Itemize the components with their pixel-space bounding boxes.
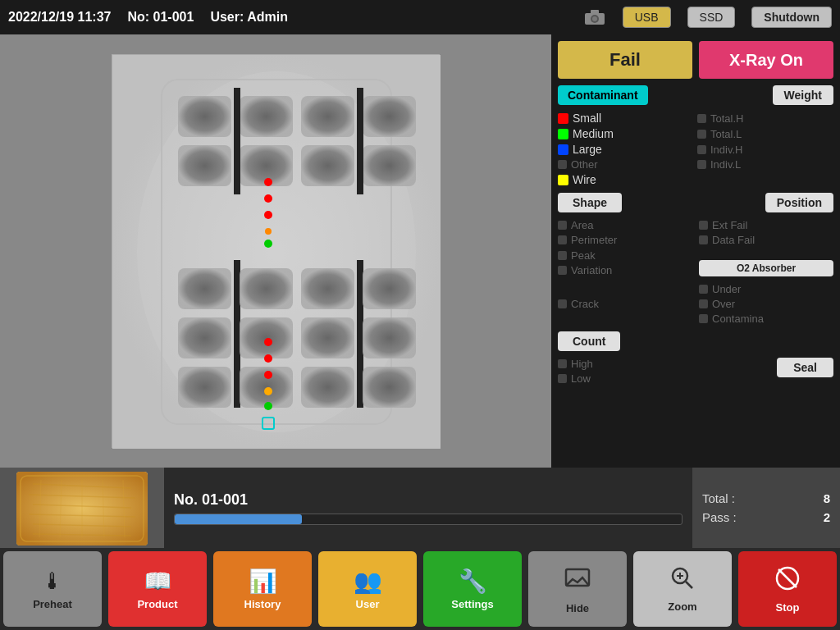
history-label: History	[244, 598, 281, 610]
top-action-buttons: Fail X-Ray On	[558, 41, 833, 79]
product-icon: 📖	[144, 568, 172, 595]
svg-line-61	[778, 569, 797, 587]
svg-rect-23	[178, 317, 231, 358]
svg-rect-7	[178, 96, 231, 137]
contamina-label: Contamina	[712, 313, 764, 325]
wire-color-dot	[558, 175, 568, 185]
medium-color-dot	[558, 129, 568, 139]
peak-item: Peak	[558, 249, 692, 262]
total-l-label: Total.L	[710, 128, 742, 140]
usb-button[interactable]: USB	[623, 7, 671, 28]
nav-user[interactable]: 👥 User	[318, 551, 417, 627]
data-fail-label: Data Fail	[712, 234, 755, 246]
svg-rect-10	[363, 96, 416, 137]
low-item: Low	[558, 372, 692, 385]
svg-point-31	[264, 178, 272, 186]
svg-rect-15	[234, 88, 240, 194]
product-info-panel: No. 01-001	[164, 468, 692, 548]
legend-total-h: Total.H	[697, 112, 833, 125]
large-color-dot	[558, 144, 568, 155]
low-label: Low	[571, 372, 591, 385]
svg-point-35	[264, 240, 272, 248]
weight-button[interactable]: Weight	[773, 85, 833, 105]
area-dot	[558, 221, 567, 230]
data-fail-dot	[699, 235, 708, 244]
svg-rect-8	[240, 96, 293, 137]
small-color-dot	[558, 113, 568, 124]
nav-settings[interactable]: 🔧 Settings	[423, 551, 522, 627]
over-label: Over	[712, 298, 735, 310]
variation-item: Variation	[558, 264, 692, 276]
svg-rect-11	[178, 145, 231, 186]
high-dot	[558, 359, 567, 368]
ext-fail-item: Ext Fail	[699, 219, 833, 231]
nav-product[interactable]: 📖 Product	[108, 551, 207, 627]
position-button[interactable]: Position	[765, 193, 833, 212]
total-stat: Total : 8	[702, 491, 830, 505]
indiv-l-label: Indiv.L	[710, 158, 741, 171]
legend-medium: Medium	[558, 127, 694, 140]
contaminant-button[interactable]: Contaminant	[558, 85, 648, 105]
total-label: Total :	[702, 491, 735, 505]
hide-icon	[563, 564, 592, 599]
svg-point-34	[265, 228, 272, 235]
ext-fail-dot	[699, 221, 708, 230]
ssd-button[interactable]: SSD	[687, 7, 736, 28]
nav-zoom[interactable]: Zoom	[633, 551, 732, 627]
progress-bar-fill	[175, 514, 302, 524]
settings-icon: 🔧	[459, 568, 487, 595]
nav-preheat[interactable]: 🌡 Preheat	[3, 551, 102, 627]
svg-rect-26	[363, 317, 416, 358]
over-item: Over	[699, 298, 833, 310]
legend-wire: Wire	[558, 173, 694, 186]
wire-label: Wire	[573, 173, 596, 186]
nav-history[interactable]: 📊 History	[213, 551, 312, 627]
svg-rect-18	[357, 260, 363, 408]
area-label: Area	[571, 219, 593, 231]
high-item: High	[558, 358, 692, 370]
ext-fail-label: Ext Fail	[712, 219, 747, 231]
legend-indiv-l: Indiv.L	[697, 158, 833, 171]
svg-rect-21	[301, 268, 354, 309]
svg-rect-13	[301, 145, 354, 186]
product-thumbnail	[0, 468, 164, 550]
o2-absorber-button[interactable]: O2 Absorber	[699, 260, 833, 276]
shape-button[interactable]: Shape	[558, 193, 622, 212]
xray-on-button[interactable]: X-Ray On	[699, 41, 833, 79]
variation-dot	[558, 266, 567, 275]
shutdown-button[interactable]: Shutdown	[751, 7, 832, 28]
legend-other: Other	[558, 158, 694, 171]
pass-value: 2	[824, 510, 830, 524]
xray-display	[112, 54, 440, 448]
small-label: Small	[573, 112, 601, 125]
indiv-l-dot	[697, 160, 706, 169]
svg-rect-16	[357, 88, 363, 194]
svg-rect-24	[240, 317, 293, 358]
thumbnail-image	[16, 472, 148, 546]
contamina-dot	[699, 314, 708, 323]
zoom-icon	[669, 565, 696, 597]
svg-rect-30	[363, 367, 416, 408]
nav-hide[interactable]: Hide	[528, 551, 627, 627]
legend-empty	[697, 173, 833, 186]
svg-point-2	[592, 16, 597, 21]
total-h-label: Total.H	[710, 112, 743, 125]
area-item: Area	[558, 219, 692, 231]
data-fail-item: Data Fail	[699, 234, 833, 246]
svg-rect-19	[178, 268, 231, 309]
nav-stop[interactable]: Stop	[738, 551, 837, 627]
svg-point-33	[264, 211, 272, 219]
seal-button[interactable]: Seal	[777, 358, 833, 377]
camera-icon[interactable]	[583, 8, 606, 26]
legend-total-l: Total.L	[697, 127, 833, 140]
indiv-h-dot	[697, 145, 706, 154]
perimeter-label: Perimeter	[571, 234, 617, 246]
legend-small: Small	[558, 112, 694, 125]
device-no-label: No: 01-001	[127, 10, 194, 25]
crack-item: Crack	[558, 283, 692, 325]
xray-image-area	[0, 34, 551, 468]
count-button[interactable]: Count	[558, 331, 620, 351]
stop-label: Stop	[776, 601, 800, 614]
fail-button[interactable]: Fail	[558, 41, 692, 79]
svg-rect-25	[301, 317, 354, 358]
